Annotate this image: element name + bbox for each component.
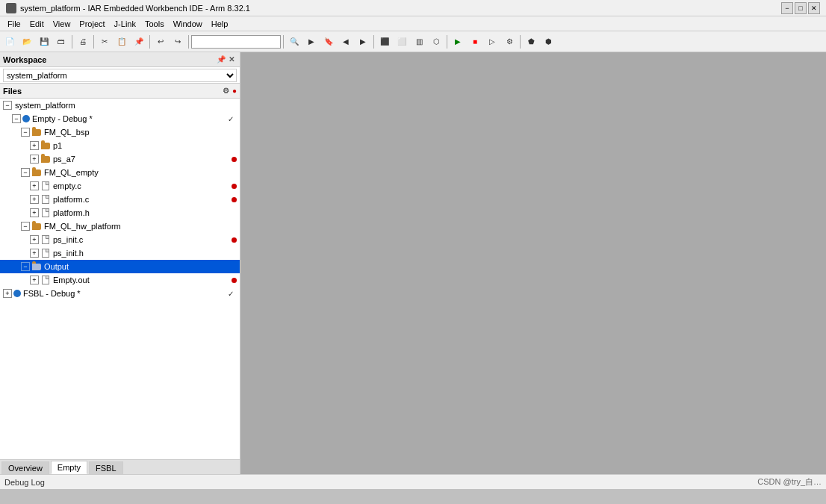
save-all-button[interactable]: 🗃 [53,34,69,50]
paste-button[interactable]: 📌 [131,34,147,50]
tree-expander-ps-init-c[interactable]: + [30,235,39,244]
menu-view[interactable]: View [49,19,75,29]
menu-file[interactable]: File [3,19,25,29]
file-icon-ps-init-h [40,249,51,258]
folder-icon-fm-ql-bsp [31,128,42,137]
platform-c-dot [232,197,237,202]
tree-expander-empty-c[interactable]: + [30,181,39,190]
empty-c-label: empty.c [53,181,232,190]
tree-expander-fm-ql-bsp[interactable]: − [21,128,30,137]
tree-expander-fm-ql-hw-platform[interactable]: − [21,222,30,231]
step-over-button[interactable]: ⬜ [394,34,410,50]
tree-item-empty-debug[interactable]: − Empty - Debug * ✓ [0,112,240,125]
tree-expander-platform-h[interactable]: + [30,208,39,217]
menu-window[interactable]: Window [169,19,207,29]
chip-button[interactable]: ⬟ [523,34,539,50]
open-button[interactable]: 📂 [19,34,35,50]
tree-root-system-platform[interactable]: − system_platform [0,99,240,112]
toggle2-button[interactable]: ▥ [411,34,427,50]
bottom-tabs: Overview Empty FSBL [0,459,240,474]
toolbar-sep-7 [447,35,447,49]
tree-item-fm-ql-hw-platform[interactable]: − FM_QL_hw_platform [0,220,240,233]
project-icon-empty-debug [22,115,30,122]
save-button[interactable]: 💾 [36,34,52,50]
print-button[interactable]: 🖨 [75,34,91,50]
ps-init-c-label: ps_init.c [53,235,232,244]
minimize-button[interactable]: − [781,2,793,14]
extra-button[interactable]: ⬢ [540,34,556,50]
files-settings-icon[interactable]: ⚙ [223,87,229,95]
tree-item-empty-c[interactable]: + empty.c [0,179,240,193]
func-button[interactable]: ⬡ [428,34,444,50]
nav-back-button[interactable]: ◀ [338,34,354,50]
workspace-dropdown-select[interactable]: system_platform Empty - Release FSBL - D… [3,69,237,82]
project-icon-fsbl-debug [13,290,21,297]
tree-item-platform-h[interactable]: + platform.h [0,206,240,220]
tab-empty[interactable]: Empty [51,461,87,474]
tree-expander-ps-init-h[interactable]: + [30,249,39,258]
menu-jlink[interactable]: J-Link [110,19,140,29]
tree-expander-ps-a7[interactable]: + [30,155,39,164]
p1-label: p1 [53,141,240,150]
menu-help[interactable]: Help [207,19,233,29]
toggle-bm-button[interactable]: ⬛ [376,34,393,50]
nav-fwd-button[interactable]: ▶ [355,34,371,50]
folder-icon-p1 [40,141,51,150]
app-icon [6,3,16,13]
pin-button[interactable]: 📌 [216,55,226,65]
tree-expander-empty-debug[interactable]: − [12,114,21,123]
build-button[interactable]: ▶ [450,34,466,50]
toolbar-sep-2 [93,35,94,49]
tree-expander-root[interactable]: − [3,101,12,110]
tab-overview[interactable]: Overview [1,461,49,474]
tree-item-p1[interactable]: + p1 [0,139,240,152]
menu-edit[interactable]: Edit [25,19,49,29]
debug-button[interactable]: ▷ [484,34,500,50]
workspace-label: Workspace [3,55,216,64]
search-input[interactable] [191,35,281,49]
tab-fsbl[interactable]: FSBL [89,461,123,474]
tree-item-fm-ql-empty[interactable]: − FM_QL_empty [0,166,240,179]
find-button[interactable]: 🔍 [286,34,302,50]
compile-button[interactable]: ⚙ [501,34,518,50]
files-controls: ⚙ ● [223,87,237,95]
tree-item-ps-init-c[interactable]: + ps_init.c [0,233,240,246]
undo-button[interactable]: ↩ [152,34,169,50]
ps-init-h-label: ps_init.h [53,249,240,258]
tree-expander-output[interactable]: − [21,262,30,271]
files-label: Files [3,87,223,96]
copy-button[interactable]: 📋 [114,34,130,50]
menu-tools[interactable]: Tools [140,19,169,29]
empty-out-label: Empty.out [53,276,232,284]
tree-item-platform-c[interactable]: + platform.c [0,193,240,206]
tree-item-output[interactable]: − Output [0,260,240,273]
tree-expander-platform-c[interactable]: + [30,195,39,204]
toolbar-sep-6 [373,35,374,49]
toolbar: 📄 📂 💾 🗃 🖨 ✂ 📋 📌 ↩ ↪ 🔍 ▶ 🔖 ◀ ▶ ⬛ ⬜ ▥ ⬡ ▶ … [0,31,826,52]
tree-item-empty-out[interactable]: + Empty.out [0,273,240,287]
ps-a7-dot [232,157,237,162]
menu-bar: File Edit View Project J-Link Tools Wind… [0,16,826,31]
stop-button[interactable]: ■ [467,34,483,50]
new-button[interactable]: 📄 [1,34,18,50]
tree-expander-fsbl-debug[interactable]: + [3,289,12,298]
fm-ql-empty-label: FM_QL_empty [44,168,240,177]
tree-expander-p1[interactable]: + [30,141,39,150]
maximize-button[interactable]: □ [795,2,807,14]
platform-c-label: platform.c [53,195,232,204]
workspace-close-button[interactable]: ✕ [226,55,237,65]
bookmarks-button[interactable]: 🔖 [320,34,337,50]
find-next-button[interactable]: ▶ [303,34,320,50]
close-button[interactable]: ✕ [808,2,820,14]
ps-a7-label: ps_a7 [53,155,232,164]
tree-item-ps-init-h[interactable]: + ps_init.h [0,246,240,260]
redo-button[interactable]: ↪ [170,34,186,50]
tree-item-fm-ql-bsp[interactable]: − FM_QL_bsp [0,125,240,139]
tree-item-fsbl-debug[interactable]: + FSBL - Debug * ✓ [0,287,240,300]
cut-button[interactable]: ✂ [96,34,113,50]
tree-item-ps-a7[interactable]: + ps_a7 [0,152,240,166]
menu-project[interactable]: Project [75,19,109,29]
workspace-dropdown-container: system_platform Empty - Release FSBL - D… [0,67,240,84]
tree-expander-fm-ql-empty[interactable]: − [21,168,30,177]
tree-expander-empty-out[interactable]: + [30,276,39,284]
